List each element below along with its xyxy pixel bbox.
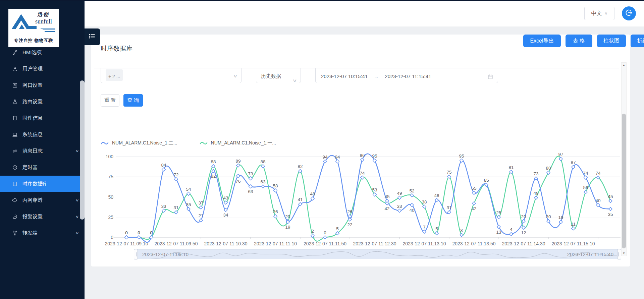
svg-text:2023-12-07 11:10:30: 2023-12-07 11:10:30 (204, 241, 248, 246)
sidebar-item-route[interactable]: 路由设置 (0, 94, 85, 110)
svg-text:52: 52 (409, 188, 414, 193)
svg-text:84: 84 (161, 163, 166, 168)
svg-text:48: 48 (310, 191, 315, 196)
database-icon (12, 181, 18, 187)
svg-text:53: 53 (372, 187, 377, 192)
scroll-up-icon[interactable]: ▲ (622, 64, 626, 67)
svg-text:41: 41 (298, 197, 303, 202)
system-icon (12, 132, 18, 137)
svg-text:26: 26 (273, 209, 278, 214)
svg-text:2023-12-07 11:12:30: 2023-12-07 11:12:30 (353, 241, 396, 246)
sidebar-item-message-log[interactable]: 消息日志∨ (0, 143, 85, 159)
selected-tags-badge: + 2 ... (106, 69, 123, 81)
svg-text:55: 55 (471, 186, 476, 191)
sidebar-scrollbar-thumb[interactable] (80, 80, 85, 220)
sidebar-item-forward[interactable]: 转发端∨ (0, 225, 85, 241)
svg-text:11: 11 (571, 222, 576, 227)
toolbar-button-3[interactable]: 折线图 (631, 35, 644, 47)
svg-text:95: 95 (459, 154, 464, 159)
svg-text:25: 25 (496, 210, 501, 215)
svg-text:49: 49 (397, 191, 402, 196)
sidebar-item-user[interactable]: 用户管理 (0, 61, 85, 77)
svg-text:0: 0 (150, 230, 153, 235)
sidebar-item-database[interactable]: 时序数据库 (0, 176, 85, 192)
data-type-select[interactable]: 历史数据 ∨ (256, 68, 301, 83)
sidebar-item-cloud-tunnel[interactable]: 内网穿透∨ (0, 192, 85, 208)
route-icon (12, 99, 18, 105)
toolbar-button-2[interactable]: 柱状图 (597, 35, 626, 47)
svg-text:40: 40 (409, 208, 414, 213)
datazoom-slider[interactable]: 2023-12-07 11:09:10 2023-12-07 11:15:40 (136, 249, 619, 259)
sidebar-menu: HMI选项用户管理网口设置路由设置固件信息系统信息消息日志∨定时器时序数据库内网… (0, 44, 85, 241)
svg-text:95: 95 (372, 154, 377, 159)
company-logo: 迅饶 sunfull 专注自控 物物互联 (8, 9, 59, 47)
wave-line-icon (101, 141, 109, 145)
toolbar-button-1[interactable]: 表 格 (566, 35, 592, 47)
content-scrollbar-thumb[interactable] (622, 114, 626, 248)
svg-text:19: 19 (558, 215, 563, 220)
svg-text:19: 19 (285, 225, 290, 230)
ethernet-port-icon (12, 82, 18, 88)
timer-icon (12, 165, 18, 170)
sidebar-item-firmware[interactable]: 固件信息 (0, 110, 85, 126)
logout-button[interactable] (622, 6, 636, 20)
menu-toggle-button[interactable] (85, 28, 100, 45)
svg-text:42: 42 (471, 206, 476, 211)
sidebar-item-timer[interactable]: 定时器 (0, 159, 85, 176)
sidebar-item-ethernet-port[interactable]: 网口设置 (0, 77, 85, 94)
legend-item-0[interactable]: NUM_ALARM.C1.Noise_1.二... (101, 139, 177, 147)
svg-text:88: 88 (211, 159, 216, 164)
reset-button[interactable]: 重 置 (101, 94, 119, 107)
svg-text:96: 96 (360, 153, 365, 158)
svg-text:33: 33 (397, 204, 402, 209)
svg-text:2023-12-07 11:09:50: 2023-12-07 11:09:50 (155, 241, 198, 246)
scroll-down-icon[interactable]: ▼ (622, 252, 626, 255)
app-window: 中文 ∨ 迅饶 sunfull (0, 0, 644, 299)
svg-text:20: 20 (546, 214, 551, 219)
sidebar-item-plug[interactable]: HMI选项 (0, 44, 85, 61)
svg-text:26: 26 (347, 209, 352, 214)
svg-text:46: 46 (434, 193, 439, 198)
svg-text:38: 38 (422, 199, 427, 204)
svg-text:35: 35 (608, 212, 613, 217)
filter-row: + 2 ... ∨ 历史数据 ∨ 2023-12-07 10:15:41 → 2… (91, 68, 621, 88)
svg-text:74: 74 (583, 171, 588, 176)
top-bar: 中文 ∨ (85, 1, 644, 26)
svg-text:88: 88 (260, 159, 265, 164)
calendar-icon (488, 74, 493, 80)
line-chart[interactable]: 02550751002023-12-07 11:09:102023-12-07 … (101, 147, 624, 263)
svg-text:13: 13 (496, 230, 501, 235)
svg-text:5: 5 (336, 226, 339, 231)
tag-multiselect[interactable]: + 2 ... ∨ (101, 68, 241, 83)
message-log-icon (12, 148, 18, 154)
end-datetime: 2023-12-07 11:15:41 (385, 73, 431, 79)
datazoom-left-handle[interactable] (134, 249, 138, 259)
legend-item-1[interactable]: NUM_ALARM.C1.Noise_1.一... (200, 139, 276, 147)
datazoom-right-handle[interactable] (617, 249, 621, 259)
svg-text:34: 34 (223, 213, 228, 218)
svg-text:43: 43 (223, 195, 228, 200)
svg-text:45: 45 (384, 194, 389, 199)
date-range-picker[interactable]: 2023-12-07 10:15:41 → 2023-12-07 11:15:4… (315, 68, 498, 83)
svg-text:0: 0 (111, 235, 113, 240)
sidebar-item-alarm[interactable]: 报警设置∨ (0, 208, 85, 225)
svg-text:31: 31 (446, 205, 451, 210)
wave-line-icon (200, 141, 208, 145)
content-scrollbar[interactable]: ▲ ▼ (621, 62, 627, 256)
svg-text:2023-12-07 11:13:10: 2023-12-07 11:13:10 (403, 241, 446, 246)
toolbar-button-0[interactable]: Excel导出 (523, 35, 561, 47)
window-top-edge (0, 0, 644, 1)
chevron-down-icon: ∨ (605, 11, 608, 16)
query-button[interactable]: 查 询 (123, 94, 143, 107)
svg-text:2023-12-07 11:09:10: 2023-12-07 11:09:10 (105, 241, 148, 246)
svg-text:2023-12-07 11:14:30: 2023-12-07 11:14:30 (502, 241, 545, 246)
logo-stripes (41, 27, 55, 33)
svg-text:65: 65 (484, 178, 489, 183)
chevron-down-icon: ∨ (75, 149, 79, 153)
chevron-down-icon: ∨ (292, 78, 297, 83)
svg-text:81: 81 (508, 165, 514, 170)
svg-text:74: 74 (360, 171, 365, 176)
sidebar-item-system[interactable]: 系统信息 (0, 126, 85, 143)
language-select[interactable]: 中文 ∨ (584, 7, 614, 20)
svg-text:54: 54 (186, 187, 191, 192)
